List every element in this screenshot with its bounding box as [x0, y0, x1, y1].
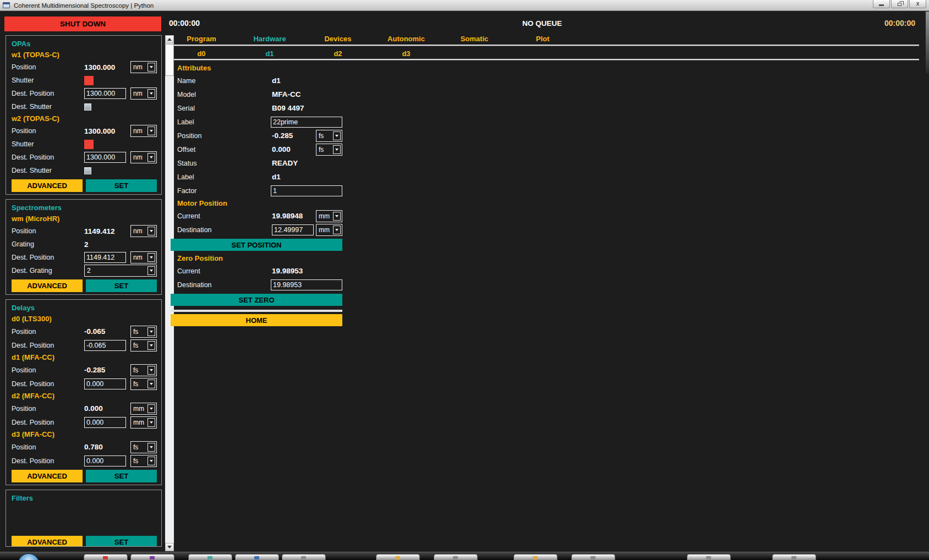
taskbar-app-button[interactable] — [235, 554, 279, 560]
set-position-button[interactable]: SET POSITION — [171, 239, 342, 251]
tab-plot[interactable]: Plot — [509, 34, 577, 44]
chevron-down-icon — [147, 366, 155, 375]
dest-position-input[interactable] — [84, 252, 126, 263]
triangle-up-icon — [167, 38, 172, 41]
dest-position-input[interactable] — [84, 378, 126, 389]
taskbar-app-button[interactable] — [571, 554, 615, 560]
set-button[interactable]: SET — [86, 470, 157, 482]
tab-program[interactable]: Program — [167, 34, 236, 44]
close-button[interactable]: x — [909, 0, 926, 8]
row-w2-dest-shutter: Dest. Shutter — [12, 164, 157, 177]
section-title-opas: OPAs — [12, 39, 157, 50]
dest-shutter-checkbox[interactable] — [84, 167, 91, 174]
hardware-sidebar: OPAs w1 (TOPAS-C) Position 1300.000 nm S… — [6, 35, 162, 551]
advanced-button[interactable]: ADVANCED — [12, 279, 83, 292]
set-zero-button[interactable]: SET ZERO — [171, 294, 342, 306]
taskbar-app-button[interactable] — [282, 554, 326, 560]
zero-destination-input[interactable] — [271, 279, 342, 290]
taskbar-app-button[interactable] — [772, 554, 816, 560]
dest-grating-select-value: 2 — [85, 267, 147, 274]
tab-d2[interactable]: d2 — [304, 48, 372, 59]
advanced-button[interactable]: ADVANCED — [12, 536, 83, 547]
minimize-button[interactable] — [873, 0, 890, 8]
row-w1-position: Position 1300.000 nm — [12, 61, 157, 74]
unit-select[interactable]: mm — [130, 403, 157, 415]
unit-select[interactable]: nm — [130, 87, 157, 100]
unit-select[interactable]: fs — [130, 441, 157, 453]
dest-position-input[interactable] — [84, 88, 126, 99]
tab-hardware[interactable]: Hardware — [236, 34, 304, 44]
section-title-filters: Filters — [12, 493, 157, 504]
dest-position-input[interactable] — [84, 152, 126, 163]
unit-select-value: nm — [131, 228, 147, 234]
row-serial: Serial B09 4497 — [171, 101, 342, 115]
motor-destination-input[interactable] — [272, 224, 314, 235]
tab-devices[interactable]: Devices — [304, 34, 372, 44]
taskbar-app-button[interactable] — [84, 554, 128, 560]
set-button[interactable]: SET — [86, 536, 157, 547]
tab-d0[interactable]: d0 — [167, 48, 236, 59]
unit-select[interactable]: nm — [130, 251, 157, 263]
dest-shutter-checkbox[interactable] — [84, 103, 91, 111]
label-input[interactable] — [271, 117, 342, 128]
shutdown-button[interactable]: SHUT DOWN — [4, 17, 161, 31]
unit-select[interactable]: nm — [130, 151, 157, 163]
unit-select[interactable]: fs — [130, 326, 157, 338]
home-button[interactable]: HOME — [171, 314, 342, 326]
row-label: Position — [12, 366, 84, 374]
set-button[interactable]: SET — [86, 179, 157, 192]
status-row: NO QUEUE 00:00:00 00:00:00 — [169, 19, 915, 30]
row-label: Dest. Position — [12, 90, 84, 97]
unit-select-value: nm — [131, 90, 147, 97]
dest-position-input[interactable] — [84, 455, 126, 466]
tab-d3[interactable]: d3 — [372, 48, 440, 59]
row-d0-dest-position: Dest. Position fs — [12, 338, 157, 352]
taskbar-app-button[interactable] — [188, 554, 232, 560]
set-button[interactable]: SET — [86, 279, 157, 292]
unit-select-value: fs — [131, 328, 147, 335]
row-label: Position — [12, 328, 84, 336]
label2-value: d1 — [272, 173, 281, 181]
group-title-d2: d2 (MFA-CC) — [12, 391, 157, 402]
dest-position-input[interactable] — [84, 417, 126, 428]
unit-select[interactable]: fs — [130, 339, 157, 352]
taskbar — [0, 552, 929, 560]
taskbar-app-button[interactable] — [687, 554, 731, 560]
tab-autonomic[interactable]: Autonomic — [372, 34, 440, 44]
unit-select[interactable]: fs — [316, 144, 342, 156]
taskbar-app-button[interactable] — [130, 554, 174, 560]
chevron-down-icon — [147, 127, 155, 135]
unit-select[interactable]: fs — [130, 378, 157, 390]
factor-input[interactable] — [271, 185, 342, 196]
unit-select[interactable]: mm — [130, 416, 157, 429]
tab-d1[interactable]: d1 — [236, 48, 304, 59]
unit-select[interactable]: fs — [130, 455, 157, 467]
taskbar-app-button[interactable] — [513, 554, 558, 560]
dest-grating-select[interactable]: 2 — [84, 265, 157, 277]
offset-value: 0.000 — [272, 145, 291, 153]
unit-select[interactable]: mm — [316, 224, 342, 236]
dest-position-input[interactable] — [84, 340, 126, 351]
unit-select[interactable]: fs — [316, 130, 342, 142]
taskbar-app-button[interactable] — [434, 554, 478, 560]
unit-select[interactable]: mm — [316, 210, 342, 222]
chevron-down-icon — [147, 457, 155, 465]
taskbar-app-button[interactable] — [376, 554, 420, 560]
unit-select[interactable]: nm — [130, 225, 157, 237]
section-title-delays: Delays — [12, 303, 157, 314]
restore-button[interactable] — [891, 0, 908, 8]
shutter-indicator — [84, 140, 94, 149]
unit-select[interactable]: nm — [130, 125, 157, 137]
group-title-d3: d3 (MFA-CC) — [12, 429, 157, 440]
row-label: Name — [177, 77, 272, 85]
tab-somatic[interactable]: Somatic — [440, 34, 509, 44]
advanced-button[interactable]: ADVANCED — [12, 470, 83, 482]
start-orb-icon[interactable] — [18, 553, 40, 560]
unit-select[interactable]: nm — [130, 61, 157, 73]
scroll-down-button[interactable] — [165, 543, 174, 551]
advanced-button[interactable]: ADVANCED — [12, 179, 83, 192]
unit-select-value: nm — [131, 128, 147, 134]
unit-select[interactable]: fs — [130, 364, 157, 376]
scroll-up-button[interactable] — [165, 35, 174, 43]
row-label: Current — [177, 267, 272, 275]
